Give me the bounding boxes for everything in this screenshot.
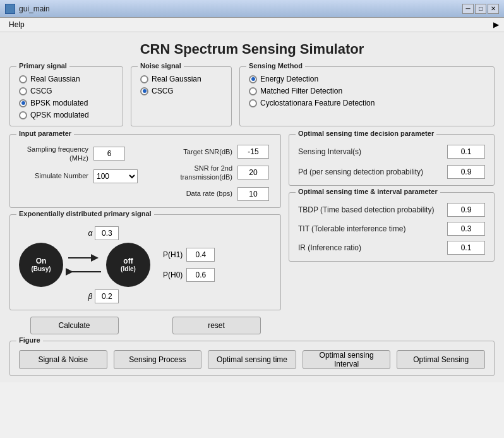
noise-signal-box: Noise signal Real Gaussian CSCG (131, 66, 232, 126)
radio-bpsk[interactable] (19, 99, 27, 107)
ph0-input[interactable] (186, 268, 215, 282)
sensing-energy[interactable]: Energy Detection (249, 75, 485, 83)
data-rate-input[interactable] (237, 187, 269, 201)
sensing-matched[interactable]: Matched Filter Detection (249, 87, 485, 95)
tbdp-input[interactable] (447, 203, 485, 217)
figure-legend: Figure (16, 336, 43, 344)
optimal-sensing-time-box: Optimal sensing time decision parameter … (289, 134, 495, 186)
target-snr-label: Target SNR(dB) (150, 148, 232, 155)
sensing-cyclo[interactable]: Cyclostationara Feature Detection (249, 99, 485, 107)
primary-signal-group: Real Gaussian CSCG BPSK modulated QPSK m… (19, 75, 114, 119)
noise-real-gaussian[interactable]: Real Gaussian (140, 75, 222, 83)
optimal-sensing-interval-legend: Optimal sensing time & interval paramete… (296, 188, 440, 195)
noise-signal-legend: Noise signal (138, 62, 184, 70)
sensing-interval-label: Sensing Interval(s) (298, 147, 361, 156)
target-snr-input[interactable] (237, 145, 269, 159)
radio-cscg[interactable] (19, 87, 27, 95)
primary-qpsk[interactable]: QPSK modulated (19, 111, 114, 119)
primary-cscg[interactable]: CSCG (19, 87, 114, 95)
sensing-method-legend: Sensing Method (246, 62, 305, 70)
right-arrow-icon (66, 252, 104, 264)
radio-real-gaussian[interactable] (19, 75, 27, 83)
sampling-freq-input[interactable] (93, 147, 125, 161)
input-param-legend: Input parameter (16, 130, 74, 137)
signal-noise-button[interactable]: Signal & Noise (19, 350, 107, 369)
optimal-sensing-time-button[interactable]: Optimal sensing time (208, 350, 296, 369)
sensing-process-button[interactable]: Sensing Process (114, 350, 202, 369)
title-bar: gui_main ─ □ ✕ (0, 0, 504, 18)
ph0-label: P(H0) (163, 271, 183, 279)
optimal-sensing-interval-button[interactable]: Optimal sensing Interval (303, 350, 391, 369)
radio-matched[interactable] (249, 87, 257, 95)
pd-input[interactable] (447, 165, 485, 179)
snr2nd-input[interactable] (237, 166, 269, 179)
beta-label: β (88, 292, 93, 301)
left-arrow-icon (66, 266, 104, 277)
pd-label: Pd (per sensing detection probability) (298, 167, 423, 176)
primary-real-gaussian[interactable]: Real Gaussian (19, 75, 114, 83)
exp-dist-box: Exponentially distributed primary signal… (9, 214, 281, 310)
app-title: CRN Spectrum Sensing Simulator (9, 41, 495, 58)
alpha-input[interactable] (95, 226, 119, 240)
optimal-sensing-time-legend: Optimal sensing time decision parameter (296, 130, 436, 137)
primary-signal-box: Primary signal Real Gaussian CSCG BPSK m… (9, 66, 123, 126)
exp-dist-legend: Exponentially distributed primary signal (16, 210, 154, 217)
reset-button[interactable]: reset (172, 317, 261, 334)
sensing-method-box: Sensing Method Energy Detection Matched … (239, 66, 495, 126)
radio-qpsk[interactable] (19, 111, 27, 119)
app-icon (5, 4, 15, 14)
alpha-label: α (88, 229, 93, 238)
simulate-number-select[interactable]: 100 200 500 (93, 169, 138, 183)
tit-label: TIT (Tolerable interference time) (298, 224, 406, 233)
sensing-interval-input[interactable] (447, 145, 485, 159)
beta-input[interactable] (95, 289, 119, 303)
primary-bpsk[interactable]: BPSK modulated (19, 99, 114, 107)
input-param-box: Input parameter Sampling frequency (MHz)… (9, 134, 281, 208)
ir-input[interactable] (447, 241, 485, 255)
simulate-number-label: Simulate Number (19, 171, 88, 180)
ph1-input[interactable] (186, 248, 215, 262)
title-text: gui_main (19, 4, 50, 13)
figure-box: Figure Signal & Noise Sensing Process Op… (9, 341, 495, 376)
tbdp-label: TBDP (Time based detection probability) (298, 205, 434, 214)
minimize-button[interactable]: ─ (462, 4, 474, 14)
maximize-button[interactable]: □ (475, 4, 486, 14)
snr2nd-label: SNR for 2nd transmission(dB) (150, 164, 232, 182)
ph1-label: P(H1) (163, 250, 183, 259)
tit-input[interactable] (447, 222, 485, 236)
optimal-sensing-interval-box: Optimal sensing time & interval paramete… (289, 192, 495, 262)
close-button[interactable]: ✕ (488, 4, 499, 14)
sampling-freq-label: Sampling frequency (MHz) (19, 145, 88, 163)
noise-signal-group: Real Gaussian CSCG (140, 75, 222, 95)
main-content: CRN Spectrum Sensing Simulator Primary s… (0, 32, 504, 382)
help-menu[interactable]: Help (5, 19, 28, 30)
radio-noise-cscg[interactable] (140, 87, 148, 95)
radio-energy[interactable] (249, 75, 257, 83)
menu-arrow: ▶ (493, 20, 499, 29)
ir-label: IR (Inference ratio) (298, 243, 361, 252)
data-rate-label: Data rate (bps) (150, 189, 232, 198)
on-busy-state: On (Busy) (19, 243, 63, 287)
figure-buttons: Signal & Noise Sensing Process Optimal s… (19, 350, 485, 369)
radio-cyclo[interactable] (249, 99, 257, 107)
noise-cscg[interactable]: CSCG (140, 87, 222, 95)
right-panels: Optimal sensing time decision parameter … (289, 134, 495, 334)
calculate-button[interactable]: Calculate (30, 317, 119, 334)
off-idle-state: off (Idle) (106, 243, 150, 287)
primary-signal-legend: Primary signal (16, 62, 69, 70)
sensing-method-group: Energy Detection Matched Filter Detectio… (249, 75, 485, 107)
menu-bar: Help ▶ (0, 18, 504, 32)
radio-noise-real-gaussian[interactable] (140, 75, 148, 83)
optimal-sensing-button[interactable]: Optimal Sensing (397, 350, 485, 369)
